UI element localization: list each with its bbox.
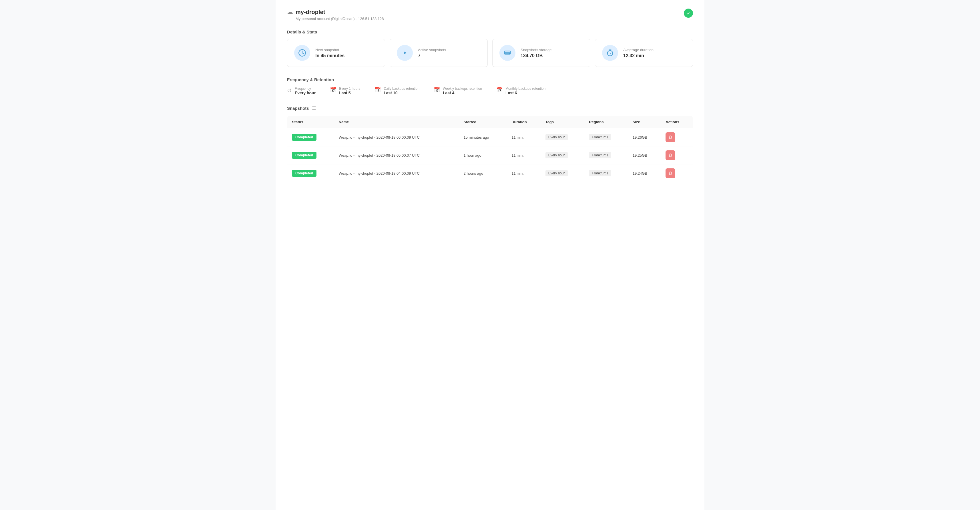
frequency-row: ↺ Frequency Every hour 📅 Every 1 hours L… (287, 87, 693, 95)
frequency-section: Frequency & Retention ↺ Frequency Every … (287, 77, 693, 95)
clock-icon (298, 49, 306, 57)
table-header-row: Status Name Started Duration Tags Region… (287, 116, 693, 129)
cell-status-1: Completed (287, 146, 334, 164)
delete-button-1[interactable] (665, 150, 675, 160)
active-snapshots-icon-circle (397, 45, 413, 61)
cell-regions-2: Frankfurt 1 (584, 164, 628, 183)
freq-weekly-value: Last 4 (443, 91, 482, 95)
col-header-tags: Tags (541, 116, 585, 129)
stat-card-active-snapshots: Active snapshots 7 (390, 39, 488, 67)
stat-card-avg-duration: Avgerage duration 12.32 min (595, 39, 693, 67)
storage-icon-circle (500, 45, 515, 61)
cell-status-2: Completed (287, 164, 334, 183)
calendar-icon-3: 📅 (434, 87, 440, 93)
cell-started-1: 1 hour ago (459, 146, 507, 164)
cell-duration-0: 11 min. (507, 129, 541, 146)
trash-icon-0 (668, 135, 672, 139)
cell-actions-1 (661, 146, 693, 164)
freq-item-weekly: 📅 Weekly backups retention Last 4 (434, 87, 482, 95)
freq-daily-value: Last 10 (383, 91, 419, 95)
frequency-title: Frequency & Retention (287, 77, 693, 82)
region-badge-2: Frankfurt 1 (589, 170, 611, 176)
cell-status-0: Completed (287, 129, 334, 146)
freq-every-label: Every 1 hours (339, 87, 360, 91)
avg-duration-value: 12.32 min (623, 53, 654, 58)
hamburger-icon[interactable]: ☰ (312, 105, 316, 111)
drive-icon (503, 49, 511, 57)
col-header-name: Name (334, 116, 459, 129)
page-title: my-droplet (296, 9, 325, 16)
delete-button-0[interactable] (665, 132, 675, 142)
cell-regions-1: Frankfurt 1 (584, 146, 628, 164)
freq-monthly-value: Last 6 (506, 91, 546, 95)
details-stats-title: Details & Stats (287, 29, 693, 34)
tag-badge-2: Every hour (546, 170, 568, 176)
snapshots-section: Snapshots ☰ Status Name Started Duration… (287, 105, 693, 183)
timer-icon (606, 49, 614, 57)
calendar-icon-2: 📅 (374, 87, 381, 93)
active-snapshots-text: Active snapshots 7 (418, 48, 446, 58)
cell-regions-0: Frankfurt 1 (584, 129, 628, 146)
cell-name-1: Weap.io - my-droplet - 2020-08-18 05:00:… (334, 146, 459, 164)
col-header-size: Size (628, 116, 661, 129)
next-snapshot-label: Next snapshot (315, 48, 345, 52)
cell-started-2: 2 hours ago (459, 164, 507, 183)
active-snapshots-label: Active snapshots (418, 48, 446, 52)
cell-duration-1: 11 min. (507, 146, 541, 164)
avg-duration-label: Avgerage duration (623, 48, 654, 52)
next-snapshot-text: Next snapshot In 45 minutes (315, 48, 345, 58)
page-subtitle: My personal account (DigitalOcean) - 126… (296, 17, 384, 21)
table-row: Completed Weap.io - my-droplet - 2020-08… (287, 146, 693, 164)
status-badge-1: Completed (292, 152, 317, 159)
trash-icon-1 (668, 153, 672, 157)
play-icon (401, 49, 409, 57)
calendar-icon-1: 📅 (330, 87, 336, 93)
avg-duration-text: Avgerage duration 12.32 min (623, 48, 654, 58)
cell-tags-0: Every hour (541, 129, 585, 146)
storage-label: Snapshots storage (520, 48, 552, 52)
next-snapshot-value: In 45 minutes (315, 53, 345, 58)
cell-name-2: Weap.io - my-droplet - 2020-08-18 04:00:… (334, 164, 459, 183)
freq-every-value: Last 5 (339, 91, 360, 95)
cell-size-0: 19.26GB (628, 129, 661, 146)
freq-daily-label: Daily backups retention (383, 87, 419, 91)
table-row: Completed Weap.io - my-droplet - 2020-08… (287, 164, 693, 183)
stat-card-next-snapshot: Next snapshot In 45 minutes (287, 39, 385, 67)
region-badge-0: Frankfurt 1 (589, 134, 611, 140)
cell-tags-2: Every hour (541, 164, 585, 183)
cell-duration-2: 11 min. (507, 164, 541, 183)
cell-started-0: 15 minutes ago (459, 129, 507, 146)
delete-button-2[interactable] (665, 168, 675, 178)
details-stats-section: Details & Stats Next snapshot In 45 minu… (287, 29, 693, 67)
page-header: ☁ my-droplet My personal account (Digita… (287, 9, 693, 21)
freq-item-frequency: ↺ Frequency Every hour (287, 87, 316, 95)
col-header-regions: Regions (584, 116, 628, 129)
table-row: Completed Weap.io - my-droplet - 2020-08… (287, 129, 693, 146)
next-snapshot-icon-circle (294, 45, 310, 61)
cloud-icon: ☁ (287, 9, 293, 16)
col-header-status: Status (287, 116, 334, 129)
snapshots-header: Snapshots ☰ (287, 105, 693, 111)
status-badge-0: Completed (292, 134, 317, 141)
cell-size-2: 19.24GB (628, 164, 661, 183)
col-header-duration: Duration (507, 116, 541, 129)
freq-item-daily: 📅 Daily backups retention Last 10 (374, 87, 419, 95)
freq-monthly-label: Monthly backups retention (506, 87, 546, 91)
snapshots-title: Snapshots (287, 106, 309, 111)
status-check-icon: ✓ (684, 9, 693, 18)
freq-item-monthly: 📅 Monthly backups retention Last 6 (496, 87, 546, 95)
trash-icon-2 (668, 171, 672, 175)
active-snapshots-value: 7 (418, 53, 446, 58)
svg-point-6 (509, 53, 510, 54)
freq-weekly-label: Weekly backups retention (443, 87, 482, 91)
col-header-started: Started (459, 116, 507, 129)
snapshots-table: Status Name Started Duration Tags Region… (287, 116, 693, 183)
freq-item-every-1-hours: 📅 Every 1 hours Last 5 (330, 87, 360, 95)
avg-duration-icon-circle (602, 45, 618, 61)
storage-text: Snapshots storage 134.70 GB (520, 48, 552, 58)
col-header-actions: Actions (661, 116, 693, 129)
storage-value: 134.70 GB (520, 53, 552, 58)
tag-badge-1: Every hour (546, 152, 568, 158)
tag-badge-0: Every hour (546, 134, 568, 140)
cell-size-1: 19.25GB (628, 146, 661, 164)
